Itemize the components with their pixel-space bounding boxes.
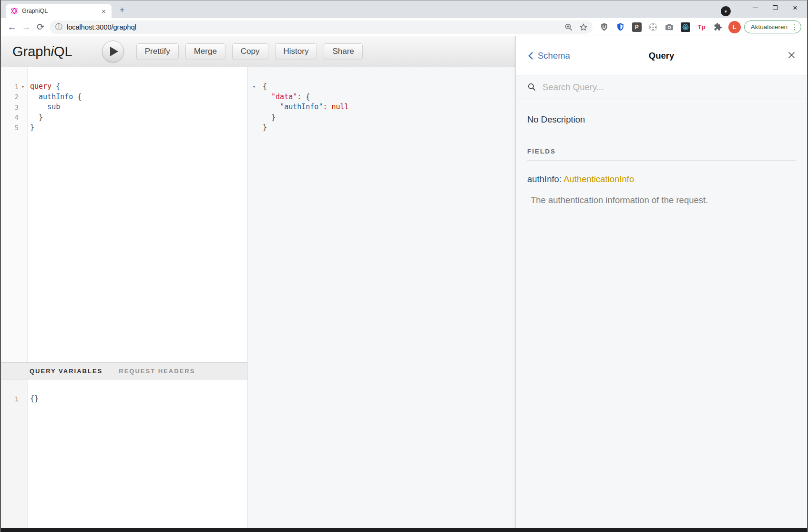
graphiql-app: GraphiQL Prettify Merge Copy History Sha… — [1, 36, 807, 528]
bookmark-star-icon[interactable] — [578, 22, 589, 32]
forward-button: → — [19, 20, 33, 34]
doc-back-label: Schema — [538, 51, 570, 61]
prettify-button[interactable]: Prettify — [136, 43, 179, 60]
fold-arrow-icon[interactable]: ▾ — [250, 84, 258, 89]
taskbar-edge — [1, 528, 807, 532]
tab-search-button[interactable]: ▾ — [721, 6, 731, 16]
code-line: { — [263, 82, 515, 92]
gutter-line: ▾ — [248, 82, 260, 92]
result-pane: ▾ { "data": { "authInfo": null }} — [247, 67, 515, 528]
merge-button[interactable]: Merge — [185, 43, 225, 60]
zoom-icon[interactable] — [563, 22, 574, 32]
execute-button[interactable] — [102, 41, 124, 62]
tab-close-icon[interactable]: × — [100, 7, 108, 15]
logo-text: Graph — [12, 44, 51, 59]
graphiql-logo: GraphiQL — [12, 44, 72, 60]
line-number: 1 — [1, 83, 19, 91]
browser-window: GraphiQL × + ▾ × ← → ⟳ ⓘ localhost:3000/… — [0, 0, 808, 532]
new-tab-button[interactable]: + — [115, 3, 129, 17]
tab-request-headers[interactable]: REQUEST HEADERS — [119, 368, 195, 375]
copy-button[interactable]: Copy — [232, 43, 268, 60]
line-number: 5 — [1, 124, 19, 132]
code-line: } — [263, 123, 515, 133]
result-fold-gutter: ▾ — [248, 82, 260, 528]
variables-editor[interactable]: 1 {} — [1, 379, 247, 528]
logo-text-end: QL — [54, 44, 72, 59]
doc-explorer-header: Query Schema — [516, 36, 807, 75]
field-entry: authInfo: AuthenticationInfo — [527, 174, 796, 184]
field-type-link[interactable]: AuthenticationInfo — [563, 174, 634, 184]
toolbar-buttons: Prettify Merge Copy History Share — [136, 43, 363, 60]
code-line: {} — [30, 394, 247, 404]
address-bar[interactable]: ⓘ localhost:3000/graphql — [50, 20, 593, 34]
gutter-line: 2 — [1, 92, 27, 102]
ublock-extension-icon[interactable] — [599, 22, 610, 32]
doc-explorer-content: No Description FIELDS authInfo: Authenti… — [516, 99, 807, 205]
react-devtools-extension-icon[interactable] — [680, 22, 691, 32]
page-info-icon[interactable]: ⓘ — [55, 22, 62, 31]
code-line: sub — [30, 102, 247, 113]
kebab-menu-icon: ⋮ — [791, 23, 798, 31]
gutter-line — [248, 92, 260, 102]
tab-query-variables[interactable]: QUERY VARIABLES — [30, 368, 102, 375]
graphql-favicon-icon — [10, 7, 18, 15]
graphiql-main: GraphiQL Prettify Merge Copy History Sha… — [1, 36, 515, 528]
graphiql-topbar: GraphiQL Prettify Merge Copy History Sha… — [1, 36, 515, 67]
tab-strip: GraphiQL × + ▾ × — [1, 0, 807, 18]
browser-tab[interactable]: GraphiQL × — [6, 4, 112, 18]
tab-title: GraphiQL — [22, 8, 96, 14]
reload-button[interactable]: ⟳ — [33, 20, 48, 34]
close-window-button[interactable]: × — [785, 0, 805, 15]
maximize-icon — [773, 5, 777, 10]
history-button[interactable]: History — [275, 43, 317, 60]
gutter-line — [248, 113, 260, 123]
field-description: The authentication information of the re… — [531, 195, 796, 205]
p-extension-icon[interactable]: P — [632, 22, 642, 32]
maximize-button[interactable] — [765, 0, 785, 15]
doc-search-row — [516, 75, 807, 99]
tp-extension-icon[interactable]: Tp — [696, 22, 707, 32]
variables-editor-gutter: 1 — [1, 379, 28, 528]
query-pane: 1▾2345 query { authInfo { sub }} QUERY V… — [1, 67, 247, 528]
variables-tab-bar: QUERY VARIABLES REQUEST HEADERS — [1, 362, 247, 379]
back-button[interactable]: ← — [5, 20, 19, 34]
share-button[interactable]: Share — [324, 43, 362, 60]
gutter-line: 1▾ — [1, 82, 27, 92]
extensions-row: P Tp — [596, 22, 726, 32]
bitwarden-extension-icon[interactable] — [615, 22, 626, 32]
code-line: "data": { — [263, 92, 515, 102]
fold-arrow-icon[interactable]: ▾ — [19, 84, 27, 89]
doc-search-input[interactable] — [542, 82, 796, 93]
doc-close-button[interactable] — [788, 51, 796, 61]
gutter-line: 1 — [1, 394, 27, 404]
extensions-puzzle-icon[interactable] — [713, 22, 723, 32]
close-icon: × — [793, 4, 798, 12]
camera-extension-icon[interactable] — [664, 22, 675, 32]
browser-update-menu-button[interactable]: Aktualisieren ⋮ — [744, 20, 801, 33]
code-line: } — [30, 113, 247, 123]
gutter-line: 4 — [1, 113, 27, 123]
minimize-button[interactable] — [745, 0, 765, 15]
gutter-line: 3 — [1, 102, 27, 113]
code-line: "authInfo": null — [263, 102, 515, 113]
update-label: Aktualisieren — [751, 23, 788, 31]
move-extension-icon[interactable] — [648, 22, 658, 32]
search-icon — [527, 82, 536, 92]
query-editor-code[interactable]: query { authInfo { sub }} — [28, 67, 247, 362]
line-number: 2 — [1, 93, 19, 101]
query-editor[interactable]: 1▾2345 query { authInfo { sub }} — [1, 67, 247, 362]
type-description: No Description — [527, 114, 796, 125]
code-line: } — [263, 113, 515, 123]
doc-back-link[interactable]: Schema — [527, 51, 570, 61]
line-number: 4 — [1, 113, 19, 121]
variables-editor-code[interactable]: {} — [28, 379, 247, 528]
minimize-icon — [753, 8, 758, 8]
code-line: query { — [30, 82, 247, 92]
url-text[interactable]: localhost:3000/graphql — [67, 23, 559, 31]
profile-avatar[interactable]: L — [728, 21, 741, 33]
chevron-left-icon — [527, 51, 534, 60]
field-name-link[interactable]: authInfo — [527, 174, 559, 184]
line-number: 1 — [1, 395, 19, 403]
gutter-line: 5 — [1, 123, 27, 133]
gutter-line — [248, 102, 260, 113]
